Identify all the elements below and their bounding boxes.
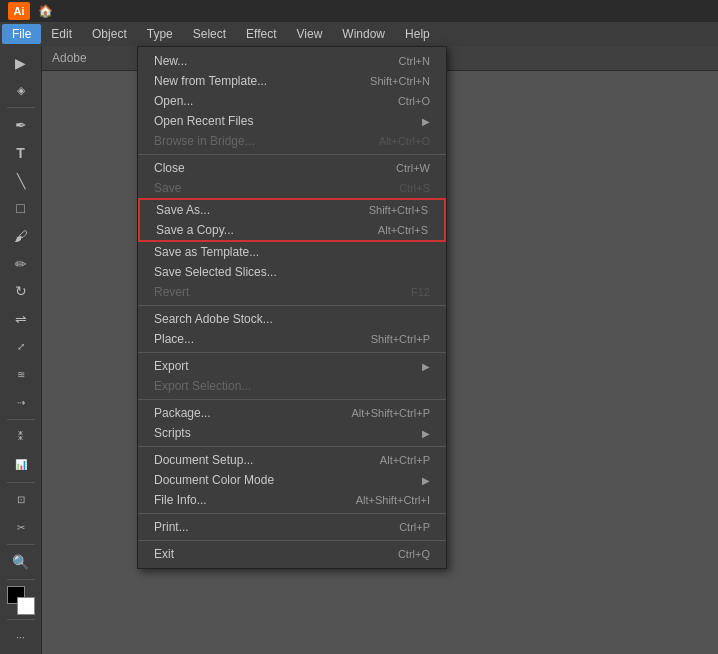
menu-open-recent-arrow: ▶ [422,116,430,127]
menu-document-color-mode-arrow: ▶ [422,475,430,486]
tool-pen[interactable]: ✒ [5,112,37,138]
menu-place[interactable]: Place... Shift+Ctrl+P [138,329,446,349]
dropdown-overlay: New... Ctrl+N New from Template... Shift… [42,46,718,654]
menu-item-type[interactable]: Type [137,24,183,44]
menu-search-stock-label: Search Adobe Stock... [154,312,273,326]
menu-new-template[interactable]: New from Template... Shift+Ctrl+N [138,71,446,91]
tool-artboard[interactable]: ⊡ [5,487,37,513]
menu-save-as[interactable]: Save As... Shift+Ctrl+S [140,200,444,220]
tool-symbol-spray[interactable]: ⁑ [5,424,37,450]
tool-separator-4 [7,544,35,545]
tool-type[interactable]: T [5,140,37,166]
tool-column-graph[interactable]: 📊 [5,452,37,478]
menu-save-slices-label: Save Selected Slices... [154,265,277,279]
tool-pencil[interactable]: ✏ [5,251,37,277]
menu-item-view[interactable]: View [287,24,333,44]
menu-search-stock[interactable]: Search Adobe Stock... [138,309,446,329]
menu-scripts[interactable]: Scripts ▶ [138,423,446,443]
tool-separator-2 [7,419,35,420]
menu-package-label: Package... [154,406,211,420]
menu-revert-label: Revert [154,285,189,299]
file-dropdown-menu: New... Ctrl+N New from Template... Shift… [137,46,447,569]
tool-rect[interactable]: □ [5,196,37,222]
menu-item-edit[interactable]: Edit [41,24,82,44]
menu-exit[interactable]: Exit Ctrl+Q [138,544,446,564]
menu-item-window[interactable]: Window [332,24,395,44]
tool-more[interactable]: ··· [5,624,37,650]
menu-item-effect[interactable]: Effect [236,24,286,44]
toolbar: ▶ ◈ ✒ T ╲ □ 🖌 ✏ ↻ ⇌ ⤢ ≋ ⇢ ⁑ 📊 ⊡ ✂ 🔍 ··· [0,46,42,654]
menu-save-shortcut: Ctrl+S [399,182,430,194]
menu-print-label: Print... [154,520,189,534]
menu-exit-label: Exit [154,547,174,561]
stroke-color[interactable] [17,597,35,615]
menu-bar: File Edit Object Type Select Effect View… [0,22,718,46]
tool-slice[interactable]: ✂ [5,514,37,540]
tool-reflect[interactable]: ⇌ [5,306,37,332]
tool-width[interactable]: ⇢ [5,389,37,415]
menu-scripts-arrow: ▶ [422,428,430,439]
tool-rotate[interactable]: ↻ [5,279,37,305]
tool-direct-select[interactable]: ◈ [5,78,37,104]
menu-new-shortcut: Ctrl+N [399,55,430,67]
menu-package[interactable]: Package... Alt+Shift+Ctrl+P [138,403,446,423]
menu-item-select[interactable]: Select [183,24,236,44]
menu-file-info-shortcut: Alt+Shift+Ctrl+I [356,494,430,506]
menu-export-label: Export [154,359,189,373]
menu-save-template-label: Save as Template... [154,245,259,259]
menu-open-shortcut: Ctrl+O [398,95,430,107]
menu-document-color-mode[interactable]: Document Color Mode ▶ [138,470,446,490]
menu-export-arrow: ▶ [422,361,430,372]
menu-export-selection-label: Export Selection... [154,379,251,393]
menu-open-recent-label: Open Recent Files [154,114,253,128]
tool-select[interactable]: ▶ [5,50,37,76]
menu-file-info[interactable]: File Info... Alt+Shift+Ctrl+I [138,490,446,510]
tool-warp[interactable]: ≋ [5,362,37,388]
menu-place-label: Place... [154,332,194,346]
tool-line[interactable]: ╲ [5,168,37,194]
menu-revert[interactable]: Revert F12 [138,282,446,302]
menu-save-as-label: Save As... [156,203,210,217]
menu-close[interactable]: Close Ctrl+W [138,158,446,178]
tool-paintbrush[interactable]: 🖌 [5,223,37,249]
menu-item-object[interactable]: Object [82,24,137,44]
menu-export-selection[interactable]: Export Selection... [138,376,446,396]
menu-browse-bridge[interactable]: Browse in Bridge... Alt+Ctrl+O [138,131,446,151]
tool-colors[interactable] [5,586,37,616]
menu-document-setup-shortcut: Alt+Ctrl+P [380,454,430,466]
menu-save-as-shortcut: Shift+Ctrl+S [369,204,428,216]
menu-item-help[interactable]: Help [395,24,440,44]
menu-open[interactable]: Open... Ctrl+O [138,91,446,111]
home-icon[interactable]: 🏠 [38,4,53,18]
menu-save-label: Save [154,181,181,195]
tool-zoom[interactable]: 🔍 [5,549,37,575]
menu-save-slices[interactable]: Save Selected Slices... [138,262,446,282]
tool-separator-3 [7,482,35,483]
tool-separator-1 [7,107,35,108]
menu-save-copy[interactable]: Save a Copy... Alt+Ctrl+S [140,220,444,240]
separator-6 [138,513,446,514]
menu-new-label: New... [154,54,187,68]
tool-separator-6 [7,619,35,620]
menu-new-template-shortcut: Shift+Ctrl+N [370,75,430,87]
menu-new-template-label: New from Template... [154,74,267,88]
menu-print[interactable]: Print... Ctrl+P [138,517,446,537]
menu-package-shortcut: Alt+Shift+Ctrl+P [351,407,430,419]
tool-scale[interactable]: ⤢ [5,334,37,360]
menu-save[interactable]: Save Ctrl+S [138,178,446,198]
menu-place-shortcut: Shift+Ctrl+P [371,333,430,345]
title-bar: Ai 🏠 [0,0,718,22]
separator-5 [138,446,446,447]
menu-document-setup[interactable]: Document Setup... Alt+Ctrl+P [138,450,446,470]
menu-new[interactable]: New... Ctrl+N [138,51,446,71]
menu-item-file[interactable]: File [2,24,41,44]
separator-2 [138,305,446,306]
separator-7 [138,540,446,541]
separator-4 [138,399,446,400]
content-area: Adobe New... Ctrl+N New from Template...… [42,46,718,654]
menu-open-recent[interactable]: Open Recent Files ▶ [138,111,446,131]
menu-export[interactable]: Export ▶ [138,356,446,376]
menu-save-template[interactable]: Save as Template... [138,242,446,262]
separator-1 [138,154,446,155]
app-logo: Ai [8,2,30,20]
